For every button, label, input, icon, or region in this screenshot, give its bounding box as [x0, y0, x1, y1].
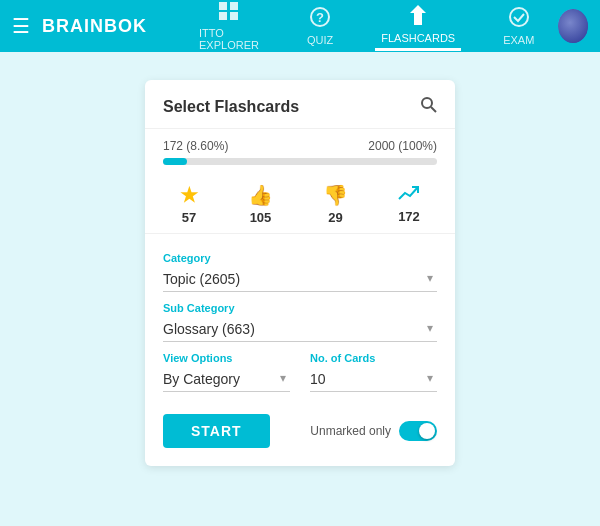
toggle-section: Unmarked only — [310, 421, 437, 441]
svg-rect-1 — [230, 2, 238, 10]
star-icon: ★ — [180, 183, 198, 207]
num-cards-select[interactable]: 10 — [310, 367, 437, 392]
stat-thumbdown[interactable]: 👎 29 — [323, 183, 348, 225]
toggle-thumb — [419, 423, 435, 439]
stats-row: ★ 57 👍 105 👎 29 172 — [145, 171, 455, 234]
nav-item-flashcards-label: FLASHCARDS — [381, 32, 455, 44]
category-select[interactable]: Topic (2605) — [163, 267, 437, 292]
app-header: ☰ BRAINBOK ITTO EXPLORER ? QUIZ FLASHCAR… — [0, 0, 600, 52]
menu-icon[interactable]: ☰ — [12, 14, 30, 38]
num-cards-select-wrapper: 10 — [310, 367, 437, 392]
view-options-label: View Options — [163, 352, 290, 364]
nav-item-exam-label: EXAM — [503, 34, 534, 46]
card-footer: START Unmarked only — [145, 400, 455, 466]
stat-thumbup-value: 105 — [250, 210, 272, 225]
stat-trend-value: 172 — [398, 209, 420, 224]
svg-rect-0 — [219, 2, 227, 10]
brand-logo: BRAINBOK — [42, 16, 147, 37]
progress-bar-bg — [163, 158, 437, 165]
svg-point-7 — [510, 8, 528, 26]
two-col-section: View Options By Category No. of Cards 10 — [163, 342, 437, 392]
thumbdown-icon: 👎 — [323, 183, 348, 207]
nav-item-quiz-label: QUIZ — [307, 34, 333, 46]
nav-bar: ITTO EXPLORER ? QUIZ FLASHCARDS EXAM — [175, 0, 558, 55]
progress-total: 2000 (100%) — [368, 139, 437, 153]
main-content: Select Flashcards 172 (8.60%) 2000 (100%… — [0, 52, 600, 466]
avatar[interactable] — [558, 9, 588, 43]
nav-item-exam[interactable]: EXAM — [497, 3, 540, 50]
svg-rect-2 — [219, 12, 227, 20]
view-options-select[interactable]: By Category — [163, 367, 290, 392]
stat-trend[interactable]: 172 — [398, 183, 420, 225]
svg-rect-3 — [230, 12, 238, 20]
exam-icon — [509, 7, 529, 32]
subcategory-label: Sub Category — [163, 302, 437, 314]
view-options-section: View Options By Category — [163, 342, 290, 392]
nav-item-quiz[interactable]: ? QUIZ — [301, 3, 339, 50]
nav-item-flashcards[interactable]: FLASHCARDS — [375, 1, 461, 51]
card-title: Select Flashcards — [163, 98, 299, 116]
card-header: Select Flashcards — [145, 80, 455, 129]
itto-explorer-icon — [219, 2, 239, 25]
quiz-icon: ? — [310, 7, 330, 32]
search-icon[interactable] — [420, 96, 437, 118]
svg-marker-6 — [410, 5, 426, 25]
progress-section: 172 (8.60%) 2000 (100%) — [145, 129, 455, 171]
num-cards-section: No. of Cards 10 — [310, 342, 437, 392]
unmarked-toggle[interactable] — [399, 421, 437, 441]
num-cards-label: No. of Cards — [310, 352, 437, 364]
svg-point-8 — [422, 98, 432, 108]
svg-text:?: ? — [316, 10, 324, 25]
select-flashcards-card: Select Flashcards 172 (8.60%) 2000 (100%… — [145, 80, 455, 466]
flashcards-icon — [410, 5, 426, 30]
progress-bar-fill — [163, 158, 187, 165]
trend-icon — [398, 183, 420, 206]
category-label: Category — [163, 252, 437, 264]
form-section: Category Topic (2605) Sub Category Gloss… — [145, 234, 455, 400]
stat-thumbup[interactable]: 👍 105 — [248, 183, 273, 225]
nav-item-itto-explorer[interactable]: ITTO EXPLORER — [193, 0, 265, 55]
progress-current: 172 (8.60%) — [163, 139, 228, 153]
unmarked-label: Unmarked only — [310, 424, 391, 438]
category-select-wrapper: Topic (2605) — [163, 267, 437, 292]
stat-starred[interactable]: ★ 57 — [180, 183, 198, 225]
stat-thumbdown-value: 29 — [328, 210, 342, 225]
nav-item-itto-explorer-label: ITTO EXPLORER — [199, 27, 259, 51]
view-options-select-wrapper: By Category — [163, 367, 290, 392]
svg-line-9 — [431, 107, 436, 112]
progress-labels: 172 (8.60%) 2000 (100%) — [163, 139, 437, 153]
start-button[interactable]: START — [163, 414, 270, 448]
thumbup-icon: 👍 — [248, 183, 273, 207]
subcategory-select[interactable]: Glossary (663) — [163, 317, 437, 342]
stat-starred-value: 57 — [182, 210, 196, 225]
subcategory-select-wrapper: Glossary (663) — [163, 317, 437, 342]
